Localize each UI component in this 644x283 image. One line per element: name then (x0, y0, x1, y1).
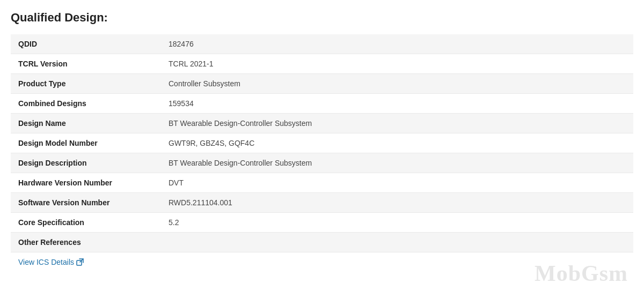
row-label: Other References (11, 233, 161, 252)
row-label: Core Specification (11, 213, 161, 233)
row-value (161, 233, 633, 252)
table-row: Software Version NumberRWD5.211104.001 (11, 193, 633, 213)
table-row: TCRL VersionTCRL 2021-1 (11, 54, 633, 74)
external-link-icon (76, 258, 84, 266)
table-row: Core Specification5.2 (11, 213, 633, 233)
page-title: Qualified Design: (11, 11, 633, 25)
row-label: QDID (11, 34, 161, 54)
row-value: GWT9R, GBZ4S, GQF4C (161, 133, 633, 153)
table-row: Combined Designs159534 (11, 94, 633, 114)
info-table: QDID182476TCRL VersionTCRL 2021-1Product… (11, 34, 633, 252)
row-value: Controller Subsystem (161, 74, 633, 94)
row-label: Hardware Version Number (11, 173, 161, 193)
row-value: TCRL 2021-1 (161, 54, 633, 74)
row-label: Design Model Number (11, 133, 161, 153)
row-value: 182476 (161, 34, 633, 54)
row-label: TCRL Version (11, 54, 161, 74)
table-row: Design DescriptionBT Wearable Design-Con… (11, 153, 633, 173)
row-label: Design Name (11, 114, 161, 133)
row-label: Software Version Number (11, 193, 161, 213)
row-value: BT Wearable Design-Controller Subsystem (161, 153, 633, 173)
table-row: Design NameBT Wearable Design-Controller… (11, 114, 633, 133)
supported-layers-section: Supported Layers (11, 277, 633, 283)
row-value: BT Wearable Design-Controller Subsystem (161, 114, 633, 133)
row-value: RWD5.211104.001 (161, 193, 633, 213)
row-value: 5.2 (161, 213, 633, 233)
row-label: Combined Designs (11, 94, 161, 114)
view-ics-link[interactable]: View ICS Details (11, 252, 91, 272)
row-label: Design Description (11, 153, 161, 173)
row-value: 159534 (161, 94, 633, 114)
table-row: QDID182476 (11, 34, 633, 54)
view-ics-label: View ICS Details (18, 258, 74, 266)
row-label: Product Type (11, 74, 161, 94)
table-row: Other References (11, 233, 633, 252)
table-row: Hardware Version NumberDVT (11, 173, 633, 193)
row-value: DVT (161, 173, 633, 193)
table-row: Product TypeController Subsystem (11, 74, 633, 94)
view-ics-link-container: View ICS Details (11, 252, 633, 277)
table-row: Design Model NumberGWT9R, GBZ4S, GQF4C (11, 133, 633, 153)
